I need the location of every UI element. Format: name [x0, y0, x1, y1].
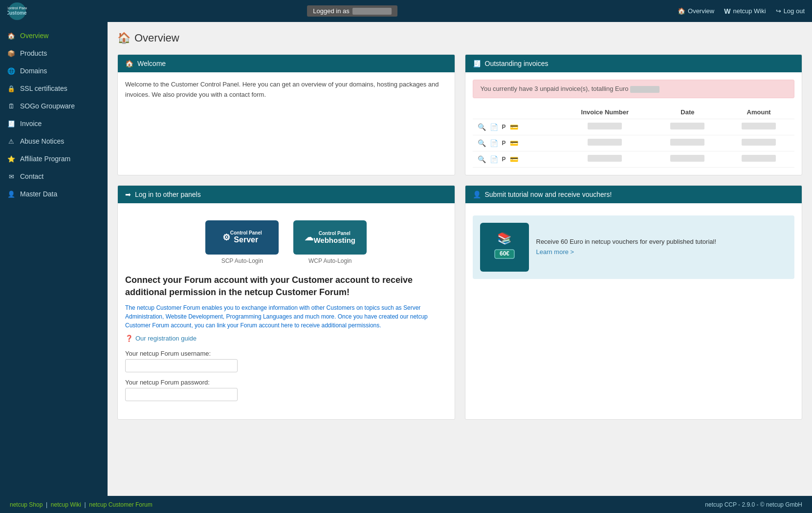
wcp-label[interactable]: WCP Auto-Login	[293, 257, 367, 264]
sidebar-item-invoice[interactable]: 🧾 Invoice	[0, 115, 108, 132]
invoice-action-icons: 🔍 📄 P 💳	[477, 154, 554, 164]
question-icon: ❓	[125, 335, 133, 342]
login-panels-body: ⚙ Control Panel Server SCP Auto-Login ☁	[118, 203, 455, 419]
scp-label[interactable]: SCP Auto-Login	[205, 257, 279, 264]
scp-panel-item[interactable]: ⚙ Control Panel Server SCP Auto-Login	[205, 220, 279, 264]
welcome-header-icon: 🏠	[125, 60, 133, 67]
sidebar-item-contact[interactable]: ✉ Contact	[0, 168, 108, 185]
paypal-icon[interactable]: P	[501, 139, 507, 148]
search-icon[interactable]: 🔍	[477, 154, 487, 164]
logged-in-label: Logged in as	[313, 7, 349, 15]
invoice-amount-cell	[723, 151, 794, 167]
login-panels-icon: ➡	[125, 191, 131, 198]
invoice-icon: 🧾	[7, 120, 15, 128]
svg-text:60€: 60€	[499, 250, 509, 257]
top-nav-links: 🏠 Overview W netcup Wiki ↪ Log out	[678, 7, 805, 15]
invoice-amount-blurred	[630, 86, 659, 93]
sidebar-item-masterdata[interactable]: 👤 Master Data	[0, 185, 108, 203]
scp-title: Server	[230, 235, 262, 244]
scp-sub-title: Control Panel	[230, 230, 262, 235]
invoice-number-blurred	[588, 155, 622, 162]
tutorial-card: 👤 Submit tutorial now and receive vouche…	[465, 185, 803, 420]
tutorial-promo: 📚 60€ Receive 60 Euro in netcup vouchers…	[473, 215, 795, 279]
panel-logos: ⚙ Control Panel Server SCP Auto-Login ☁	[125, 211, 447, 272]
forum-connect-section: Connect your Forum account with your Cus…	[125, 272, 447, 412]
document-icon[interactable]: 📄	[489, 122, 499, 132]
invoice-number-cell	[558, 119, 652, 135]
invoice-number-cell	[558, 135, 652, 151]
welcome-text: Welcome to the Customer Control Panel. H…	[125, 80, 447, 100]
sidebar-item-ssl[interactable]: 🔒 SSL certificates	[0, 80, 108, 97]
forum-title: Connect your Forum account with your Cus…	[125, 274, 447, 299]
search-icon[interactable]: 🔍	[477, 138, 487, 148]
scp-logo-box[interactable]: ⚙ Control Panel Server	[205, 220, 279, 255]
welcome-card: 🏠 Welcome Welcome to the Customer Contro…	[117, 54, 455, 175]
table-row: 🔍 📄 P 💳	[473, 135, 795, 151]
username-blurred	[352, 8, 392, 15]
invoices-card-header: 🧾 Outstanding invoices	[465, 55, 802, 72]
registration-guide: ❓ Our registration guide	[125, 335, 447, 342]
invoice-number-cell	[558, 151, 652, 167]
invoice-actions-cell: 🔍 📄 P 💳	[473, 151, 558, 167]
card-icon[interactable]: 💳	[509, 122, 519, 132]
tutorial-header-icon: 👤	[473, 191, 481, 198]
wcp-logo-box[interactable]: ☁ Control Panel Webhosting	[293, 220, 367, 255]
card-icon[interactable]: 💳	[509, 138, 519, 148]
login-panels-card: ➡ Log in to other panels ⚙ Control Panel…	[117, 185, 455, 420]
sogo-icon: 🗓	[7, 103, 15, 110]
wcp-cloud-icon: ☁	[305, 232, 313, 243]
invoice-action-icons: 🔍 📄 P 💳	[477, 138, 554, 148]
tutorial-learn-more-link[interactable]: Learn more >	[536, 248, 574, 256]
card-icon[interactable]: 💳	[509, 154, 519, 164]
page-title-icon: 🏠	[117, 32, 131, 44]
invoice-date-cell	[652, 135, 723, 151]
invoice-number-blurred	[588, 139, 622, 146]
document-icon[interactable]: 📄	[489, 154, 499, 164]
invoices-card-body: You currently have 3 unpaid invoice(s), …	[465, 72, 802, 175]
masterdata-icon: 👤	[7, 191, 15, 198]
search-icon[interactable]: 🔍	[477, 122, 487, 132]
registration-guide-link[interactable]: Our registration guide	[135, 335, 197, 342]
page-title: 🏠 Overview	[117, 32, 802, 44]
invoice-date-cell	[652, 119, 723, 135]
invoice-table: Invoice Number Date Amount 🔍 📄	[473, 106, 795, 168]
tutorial-card-header: 👤 Submit tutorial now and receive vouche…	[465, 186, 802, 203]
login-panels-header: ➡ Log in to other panels	[118, 186, 455, 203]
home-icon: 🏠	[678, 7, 685, 15]
main-content: 🏠 Overview 🏠 Welcome Welcome to the Cust…	[108, 22, 812, 496]
forum-password-input[interactable]	[125, 388, 238, 401]
logout-nav-link[interactable]: ↪ Log out	[776, 7, 805, 15]
invoice-date-blurred	[670, 139, 704, 146]
sidebar-item-overview[interactable]: 🏠 Overview	[0, 27, 108, 44]
forum-password-label: Your netcup Forum password:	[125, 379, 210, 386]
paypal-icon[interactable]: P	[501, 123, 507, 131]
domains-icon: 🌐	[7, 67, 15, 75]
welcome-card-body: Welcome to the Customer Control Panel. H…	[118, 72, 455, 107]
invoices-header-icon: 🧾	[473, 60, 481, 67]
invoice-date-blurred	[670, 123, 704, 129]
wcp-panel-item[interactable]: ☁ Control Panel Webhosting WCP Auto-Logi…	[293, 220, 367, 264]
contact-icon: ✉	[7, 173, 15, 180]
overview-nav-link[interactable]: 🏠 Overview	[678, 7, 714, 15]
invoice-actions-cell: 🔍 📄 P 💳	[473, 119, 558, 135]
wiki-nav-link[interactable]: W netcup Wiki	[724, 7, 766, 15]
invoice-amount-cell	[723, 119, 794, 135]
welcome-card-header: 🏠 Welcome	[118, 55, 455, 72]
invoice-col-actions	[473, 106, 558, 119]
forum-username-input[interactable]	[125, 359, 238, 372]
paypal-icon[interactable]: P	[501, 155, 507, 164]
sidebar-item-abuse[interactable]: ⚠ Abuse Notices	[0, 132, 108, 150]
products-icon: 📦	[7, 50, 15, 57]
invoice-col-number: Invoice Number	[558, 106, 652, 119]
document-icon[interactable]: 📄	[489, 138, 499, 148]
invoice-date-cell	[652, 151, 723, 167]
scp-gear-icon: ⚙	[222, 232, 230, 243]
sidebar-item-domains[interactable]: 🌐 Domains	[0, 62, 108, 80]
forum-desc: The netcup Customer Forum enables you to…	[125, 303, 447, 330]
svg-text:Customer: Customer	[7, 10, 27, 16]
sidebar-item-sogo[interactable]: 🗓 SOGo Groupware	[0, 97, 108, 115]
sidebar-item-affiliate[interactable]: ⭐ Affiliate Program	[0, 150, 108, 168]
forum-username-label: Your netcup Forum username:	[125, 350, 211, 357]
sidebar-item-products[interactable]: 📦 Products	[0, 44, 108, 62]
tutorial-card-body: 📚 60€ Receive 60 Euro in netcup vouchers…	[465, 203, 802, 291]
